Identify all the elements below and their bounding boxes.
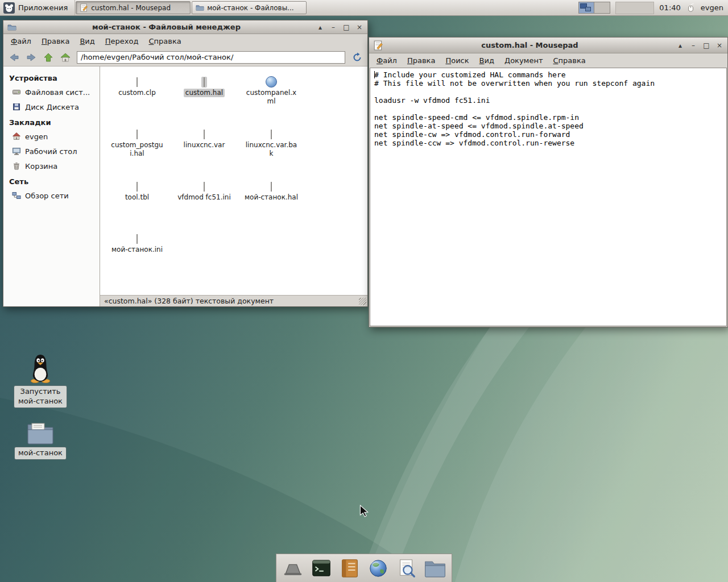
shade-icon[interactable]: ▴ (316, 23, 324, 31)
sidebar-item-label: Обзор сети (25, 192, 69, 200)
home-button[interactable] (57, 50, 73, 64)
fm-menu-file[interactable]: Файл (6, 35, 36, 47)
location-bar[interactable] (77, 51, 345, 64)
file-item[interactable]: linuxcnc.var.bak (238, 129, 305, 181)
terminal-button[interactable] (309, 556, 333, 580)
up-button[interactable] (40, 50, 56, 64)
fm-menu-edit[interactable]: Правка (37, 35, 74, 47)
text-file-icon (204, 182, 205, 192)
file-item[interactable]: linuxcnc.var (171, 129, 238, 181)
fm-sidebar: Устройства Файловая сист... Диск Дискета… (3, 66, 100, 306)
applications-menu-label: Приложения (18, 3, 68, 12)
taskbar-button-file-manager[interactable]: мой-станок - Файловы... (192, 1, 307, 14)
maximize-icon[interactable]: □ (702, 41, 710, 49)
applications-menu-button[interactable]: Приложения (0, 0, 75, 15)
notes-book-icon (339, 558, 361, 579)
mini-window-icon (585, 7, 591, 11)
close-icon[interactable]: × (715, 41, 723, 49)
show-desktop-button[interactable] (281, 556, 305, 580)
file-name: custompanel.xml (243, 89, 300, 106)
file-grid[interactable]: custom.clp custom.hal custompanel.xml (100, 66, 367, 295)
fm-titlebar[interactable]: мой-станок - Файловый менеджер ▴ – □ × (3, 20, 367, 34)
file-item[interactable]: мой-станок.hal (238, 181, 305, 234)
desktop-icon-launch-machine[interactable]: Запустить мой-станок (14, 354, 67, 408)
desktop-icon (12, 147, 21, 156)
mouse-indicator-icon[interactable] (686, 3, 696, 13)
file-name: custom_postgui.hal (109, 141, 166, 158)
sidebar-item-home[interactable]: evgen (3, 129, 100, 144)
text-file-icon (136, 77, 138, 87)
sidebar-item-trash[interactable]: Корзина (3, 159, 100, 173)
mp-menu-view[interactable]: Вид (475, 55, 499, 66)
shade-icon[interactable]: ▴ (676, 41, 684, 49)
mp-titlebar[interactable]: custom.hal - Mousepad ▴ – □ × (369, 38, 727, 53)
file-item-selected[interactable]: custom.hal (171, 77, 238, 129)
mp-menu-help[interactable]: Справка (549, 55, 590, 66)
workspace-1[interactable] (579, 2, 594, 13)
file-name: linuxcnc.var (182, 141, 227, 149)
reload-button[interactable] (349, 50, 365, 64)
file-name: мой-станок.ini (110, 246, 164, 254)
text-file-icon (204, 77, 205, 87)
file-manager-button[interactable] (423, 556, 447, 580)
editor-text-area[interactable]: # Include your customized HAL commands h… (370, 68, 727, 326)
maximize-icon[interactable]: □ (342, 23, 350, 31)
sidebar-item-desktop[interactable]: Рабочий стол (3, 144, 100, 159)
minimize-icon[interactable]: – (689, 41, 697, 49)
close-icon[interactable]: × (355, 23, 363, 31)
mousepad-icon (80, 3, 88, 12)
trash-icon (12, 161, 21, 171)
fm-menu-help[interactable]: Справка (144, 35, 185, 47)
sidebar-item-network-browse[interactable]: Обзор сети (3, 188, 100, 203)
editor-text[interactable]: # Include your customized HAL commands h… (370, 68, 726, 149)
desktop-icon-machine-folder[interactable]: мой-станок (14, 422, 67, 459)
taskbar-button-mousepad[interactable]: custom.hal - Mousepad (76, 1, 191, 14)
file-item[interactable]: tool.tbl (104, 181, 171, 234)
harddrive-icon (12, 88, 21, 97)
minimize-icon[interactable]: – (329, 23, 337, 31)
desktop-screen: Приложения custom.hal - Mousepad мой-ста… (0, 0, 728, 582)
forward-button[interactable] (23, 50, 39, 64)
file-item[interactable]: custom.clp (104, 77, 171, 129)
globe-icon (367, 558, 389, 579)
mp-menu-file[interactable]: Файл (372, 55, 402, 66)
mp-menu-search[interactable]: Поиск (441, 55, 473, 66)
sidebar-item-label: Корзина (25, 162, 57, 171)
desktop-icon-label: Запустить мой-станок (14, 386, 67, 408)
mp-menu-document[interactable]: Документ (500, 55, 548, 66)
workspace-switcher[interactable] (578, 2, 610, 14)
back-button[interactable] (6, 50, 22, 64)
username[interactable]: evgen (701, 3, 723, 12)
file-name: custom.clp (117, 89, 158, 97)
sidebar-item-filesystem[interactable]: Файловая сист... (3, 85, 100, 99)
xfce-logo-icon (3, 2, 15, 14)
file-item[interactable]: vfdmod fc51.ini (171, 181, 238, 234)
file-search-icon (396, 558, 417, 579)
sidebar-item-floppy[interactable]: Диск Дискета (3, 99, 100, 114)
notes-button[interactable] (338, 556, 362, 580)
statusbar-text: «custom.hal» (328 байт) текстовый докуме… (104, 297, 274, 305)
fm-menu-view[interactable]: Вид (75, 35, 99, 47)
fm-toolbar (3, 48, 367, 66)
text-caret (374, 71, 375, 78)
text-file-icon (136, 234, 138, 244)
clock[interactable]: 01:40 (659, 3, 680, 12)
file-item[interactable]: custompanel.xml (238, 77, 305, 129)
text-file-icon (136, 130, 138, 139)
file-item[interactable]: мой-станок.ini (104, 234, 171, 286)
file-item[interactable]: custom_postgui.hal (104, 129, 171, 181)
web-browser-button[interactable] (366, 556, 390, 580)
sidebar-item-label: Рабочий стол (25, 147, 77, 156)
sidebar-header-bookmarks: Закладки (3, 114, 100, 129)
mp-menu-edit[interactable]: Правка (403, 55, 440, 66)
text-file-icon (271, 130, 272, 139)
search-button[interactable] (395, 556, 419, 580)
text-file-icon (136, 182, 138, 192)
tux-launcher-icon (27, 354, 54, 383)
top-panel: Приложения custom.hal - Mousepad мой-ста… (0, 0, 728, 16)
workspace-2[interactable] (594, 2, 610, 13)
notification-area (615, 2, 654, 14)
taskbar-button-label: мой-станок - Файловы... (207, 4, 293, 12)
resize-grip[interactable] (359, 298, 366, 305)
fm-menu-go[interactable]: Переход (101, 35, 143, 47)
